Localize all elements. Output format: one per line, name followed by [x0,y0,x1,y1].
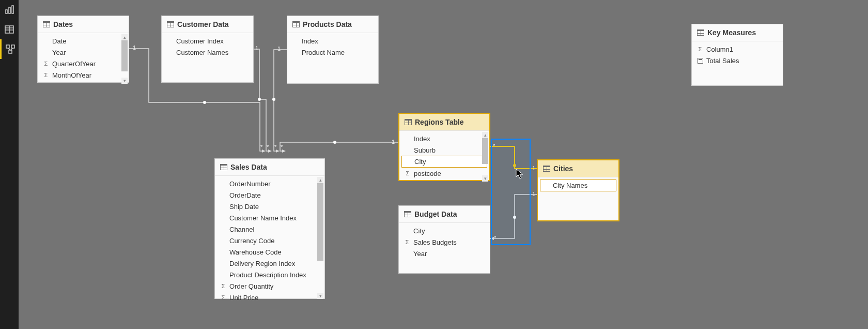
scroll-thumb[interactable] [317,183,323,261]
table-products-data[interactable]: Products Data Index Product Name [287,16,379,84]
model-canvas[interactable]: 1 * 1 * 1 * 1 * 1 * 1 * Date [19,0,868,329]
svg-rect-2 [12,6,13,13]
field-label: City [413,227,425,235]
table-dates[interactable]: Dates Date Year QuarterOfYear MonthOfYea… [37,16,129,83]
table-title: Budget Data [414,210,457,218]
data-view-button[interactable] [0,20,19,39]
field-label: City Names [553,182,587,189]
table-header[interactable]: Sales Data [215,159,324,176]
field-sales-budgets[interactable]: Sales Budgets [399,236,490,248]
field-list: Index Product Name [287,33,378,60]
scrollbar[interactable]: ▴ ▾ [317,177,323,299]
scroll-thumb[interactable] [482,138,488,164]
field-label: OrderDate [229,191,261,199]
field-label: Order Quantity [229,282,273,290]
field-label: QuarterOfYear [52,60,96,68]
field-city[interactable]: City [401,156,487,168]
table-header[interactable]: Budget Data [399,206,490,223]
field-channel[interactable]: Channel [215,223,324,235]
field-city[interactable]: City [399,225,490,236]
field-year[interactable]: Year [38,47,129,58]
field-delivery-region-index[interactable]: Delivery Region Index [215,258,324,269]
field-year[interactable]: Year [399,248,490,259]
model-view-button[interactable] [0,39,19,59]
svg-point-28 [513,164,516,167]
scroll-up-icon[interactable]: ▴ [121,34,128,40]
field-product-name[interactable]: Product Name [287,47,378,58]
view-switcher-nav [0,0,19,329]
field-label: Suburb [414,146,436,154]
field-list: City Sales Budgets Year [399,223,490,261]
table-header[interactable]: Cities [538,160,618,177]
svg-text:*: * [493,143,495,149]
field-orderdate[interactable]: OrderDate [215,189,324,201]
table-key-measures[interactable]: Key Measures Column1 Total Sales [691,24,783,86]
table-cities[interactable]: Cities City Names [537,159,619,221]
field-label: Delivery Region Index [229,260,295,267]
field-date[interactable]: Date [38,35,129,47]
field-label: Warehouse Code [229,248,282,256]
field-customer-index[interactable]: Customer Index [162,35,253,47]
report-view-button[interactable] [0,0,19,20]
table-customer-data[interactable]: Customer Data Customer Index Customer Na… [161,16,254,83]
field-index[interactable]: Index [287,35,378,47]
field-unit-price[interactable]: Unit Price [215,292,324,300]
svg-marker-17 [268,149,272,153]
scroll-thumb[interactable] [121,40,128,71]
field-list: Index Suburb City postcode ▴ ▾ [399,131,489,183]
table-header[interactable]: Products Data [287,16,378,33]
field-customer-names[interactable]: Customer Names [162,47,253,58]
field-customer-name-index[interactable]: Customer Name Index [215,212,324,223]
svg-text:1: 1 [392,139,395,145]
table-title: Dates [53,20,73,28]
table-header[interactable]: Customer Data [162,16,253,33]
svg-rect-0 [6,10,7,13]
field-label: Year [413,250,427,258]
scroll-down-icon[interactable]: ▾ [121,78,128,84]
table-icon [43,21,50,27]
field-label: postcode [414,170,441,177]
table-title: Customer Data [177,20,229,28]
field-label: Unit Price [229,294,258,301]
field-quarterofyear[interactable]: QuarterOfYear [38,58,129,69]
field-label: Ship Date [229,203,259,211]
svg-point-20 [272,98,275,101]
field-label: Index [302,37,318,45]
sigma-icon [220,283,226,289]
svg-text:1: 1 [277,46,281,52]
field-ship-date[interactable]: Ship Date [215,201,324,212]
field-total-sales[interactable]: Total Sales [692,55,783,66]
field-label: Sales Budgets [413,238,457,246]
table-title: Regions Table [415,118,464,126]
scroll-down-icon[interactable]: ▾ [317,293,323,299]
field-list: Customer Index Customer Names [162,33,253,60]
field-column1[interactable]: Column1 [692,43,783,55]
field-index[interactable]: Index [399,133,489,144]
scroll-up-icon[interactable]: ▴ [482,132,488,138]
scroll-up-icon[interactable]: ▴ [317,177,323,183]
scrollbar[interactable]: ▴ ▾ [482,132,488,182]
field-city-names[interactable]: City Names [540,180,616,191]
field-postcode[interactable]: postcode [399,168,489,179]
table-regions[interactable]: Regions Table Index Suburb City postcode… [398,113,490,181]
field-currency-code[interactable]: Currency Code [215,235,324,246]
table-sales-data[interactable]: Sales Data OrderNumber OrderDate Ship Da… [214,158,325,299]
field-label: Customer Name Index [229,214,297,222]
table-header[interactable]: Key Measures [692,24,783,41]
field-warehouse-code[interactable]: Warehouse Code [215,246,324,258]
scrollbar[interactable]: ▴ ▾ [121,34,128,84]
field-monthofyear[interactable]: MonthOfYear [38,69,129,81]
svg-rect-7 [6,45,9,48]
table-header[interactable]: Regions Table [399,114,489,131]
field-order-quantity[interactable]: Order Quantity [215,280,324,292]
field-list: City Names [538,177,618,193]
table-header[interactable]: Dates [38,16,129,33]
scroll-down-icon[interactable]: ▾ [482,175,488,182]
field-product-description-index[interactable]: Product Description Index [215,269,324,280]
field-ordernumber[interactable]: OrderNumber [215,178,324,189]
table-icon [220,164,227,170]
table-title: Sales Data [230,163,267,171]
table-budget-data[interactable]: Budget Data City Sales Budgets Year [398,205,490,274]
field-suburb[interactable]: Suburb [399,144,489,156]
field-label: Total Sales [706,57,739,65]
